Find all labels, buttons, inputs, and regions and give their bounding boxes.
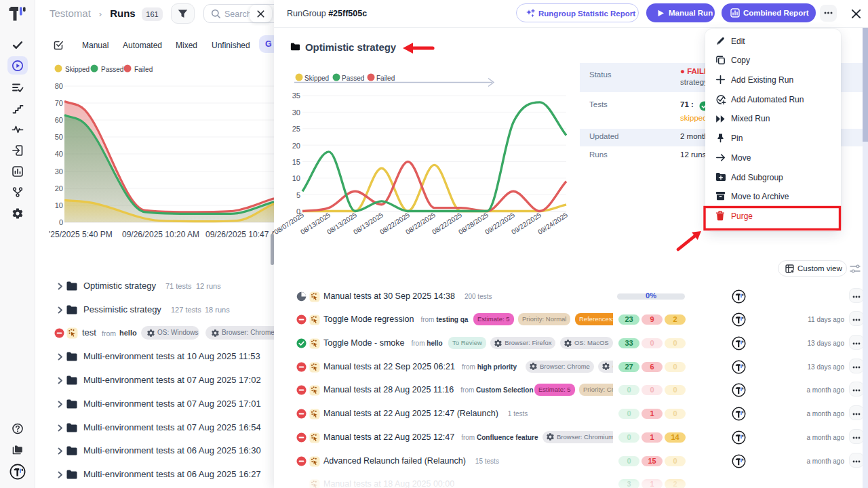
svg-text:10: 10 [55, 201, 63, 209]
svg-text:50: 50 [55, 133, 63, 141]
svg-text:40: 40 [55, 150, 63, 158]
svg-text:20: 20 [55, 184, 63, 192]
svg-text:Passed: Passed [342, 75, 364, 82]
svg-text:30: 30 [292, 108, 300, 117]
svg-text:0: 0 [59, 218, 63, 226]
svg-text:30: 30 [55, 167, 63, 176]
svg-text:5: 5 [296, 191, 300, 199]
svg-text:35: 35 [292, 92, 300, 100]
svg-text:09/26/2025 10:47 AM: 09/26/2025 10:47 AM [205, 230, 274, 239]
svg-text:70: 70 [55, 99, 63, 107]
svg-text:Passed: Passed [101, 66, 123, 73]
svg-text:20: 20 [292, 142, 300, 150]
svg-text:'25/2025 5:40 PM: '25/2025 5:40 PM [49, 230, 113, 239]
svg-text:09/26/2025 10:20 AM: 09/26/2025 10:20 AM [122, 230, 199, 239]
svg-text:Skipped: Skipped [304, 75, 329, 82]
svg-text:10: 10 [292, 174, 300, 182]
svg-text:Failed: Failed [376, 75, 395, 82]
svg-text:25: 25 [292, 125, 300, 133]
svg-text:09/24/2025: 09/24/2025 [536, 211, 569, 236]
svg-text:60: 60 [55, 116, 63, 124]
svg-text:Skipped: Skipped [65, 66, 90, 73]
svg-text:15: 15 [292, 158, 300, 166]
svg-text:Failed: Failed [134, 66, 153, 73]
svg-text:80: 80 [55, 82, 63, 90]
